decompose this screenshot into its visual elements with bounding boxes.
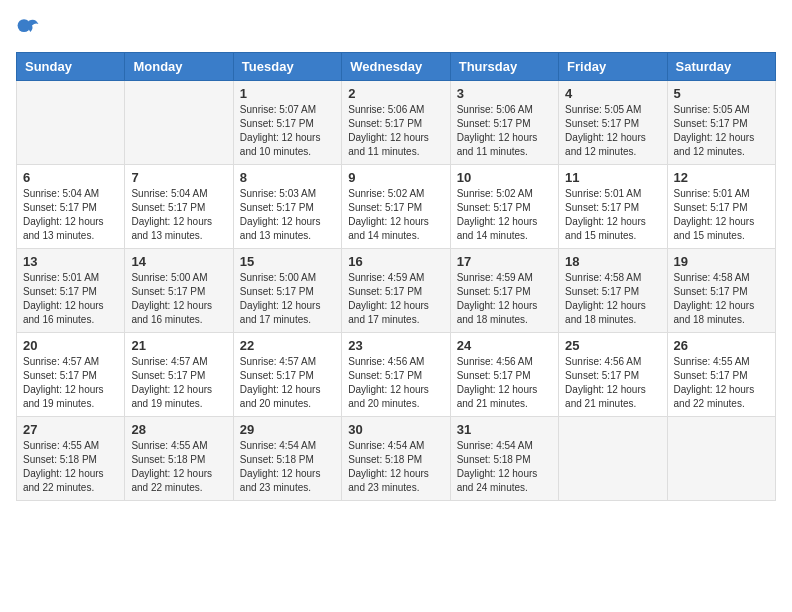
- day-number: 21: [131, 338, 226, 353]
- calendar-cell: 16Sunrise: 4:59 AMSunset: 5:17 PMDayligh…: [342, 249, 450, 333]
- day-number: 25: [565, 338, 660, 353]
- calendar-cell: 14Sunrise: 5:00 AMSunset: 5:17 PMDayligh…: [125, 249, 233, 333]
- day-number: 23: [348, 338, 443, 353]
- day-info: Sunrise: 4:58 AMSunset: 5:17 PMDaylight:…: [565, 271, 660, 327]
- day-info: Sunrise: 5:00 AMSunset: 5:17 PMDaylight:…: [240, 271, 335, 327]
- day-info: Sunrise: 4:55 AMSunset: 5:17 PMDaylight:…: [674, 355, 769, 411]
- logo: [16, 16, 44, 40]
- calendar-cell: 28Sunrise: 4:55 AMSunset: 5:18 PMDayligh…: [125, 417, 233, 501]
- day-info: Sunrise: 5:05 AMSunset: 5:17 PMDaylight:…: [565, 103, 660, 159]
- day-number: 30: [348, 422, 443, 437]
- day-number: 1: [240, 86, 335, 101]
- day-number: 28: [131, 422, 226, 437]
- calendar-cell: 6Sunrise: 5:04 AMSunset: 5:17 PMDaylight…: [17, 165, 125, 249]
- calendar-week-row: 20Sunrise: 4:57 AMSunset: 5:17 PMDayligh…: [17, 333, 776, 417]
- day-number: 29: [240, 422, 335, 437]
- day-info: Sunrise: 4:57 AMSunset: 5:17 PMDaylight:…: [240, 355, 335, 411]
- day-number: 27: [23, 422, 118, 437]
- calendar-cell: 31Sunrise: 4:54 AMSunset: 5:18 PMDayligh…: [450, 417, 558, 501]
- day-number: 18: [565, 254, 660, 269]
- day-info: Sunrise: 5:07 AMSunset: 5:17 PMDaylight:…: [240, 103, 335, 159]
- calendar-cell: 13Sunrise: 5:01 AMSunset: 5:17 PMDayligh…: [17, 249, 125, 333]
- day-number: 7: [131, 170, 226, 185]
- calendar-cell: 10Sunrise: 5:02 AMSunset: 5:17 PMDayligh…: [450, 165, 558, 249]
- day-info: Sunrise: 5:05 AMSunset: 5:17 PMDaylight:…: [674, 103, 769, 159]
- day-info: Sunrise: 4:54 AMSunset: 5:18 PMDaylight:…: [240, 439, 335, 495]
- col-header-wednesday: Wednesday: [342, 53, 450, 81]
- day-number: 24: [457, 338, 552, 353]
- calendar-header-row: SundayMondayTuesdayWednesdayThursdayFrid…: [17, 53, 776, 81]
- day-number: 26: [674, 338, 769, 353]
- day-info: Sunrise: 4:55 AMSunset: 5:18 PMDaylight:…: [131, 439, 226, 495]
- day-number: 16: [348, 254, 443, 269]
- calendar-cell: 19Sunrise: 4:58 AMSunset: 5:17 PMDayligh…: [667, 249, 775, 333]
- day-info: Sunrise: 5:04 AMSunset: 5:17 PMDaylight:…: [131, 187, 226, 243]
- col-header-friday: Friday: [559, 53, 667, 81]
- day-info: Sunrise: 5:01 AMSunset: 5:17 PMDaylight:…: [674, 187, 769, 243]
- calendar-cell: 18Sunrise: 4:58 AMSunset: 5:17 PMDayligh…: [559, 249, 667, 333]
- calendar-table: SundayMondayTuesdayWednesdayThursdayFrid…: [16, 52, 776, 501]
- day-number: 19: [674, 254, 769, 269]
- logo-icon: [16, 16, 40, 40]
- day-info: Sunrise: 4:57 AMSunset: 5:17 PMDaylight:…: [131, 355, 226, 411]
- day-number: 4: [565, 86, 660, 101]
- day-number: 22: [240, 338, 335, 353]
- calendar-cell: 27Sunrise: 4:55 AMSunset: 5:18 PMDayligh…: [17, 417, 125, 501]
- day-number: 12: [674, 170, 769, 185]
- day-info: Sunrise: 4:55 AMSunset: 5:18 PMDaylight:…: [23, 439, 118, 495]
- page-header: [16, 16, 776, 40]
- calendar-cell: 8Sunrise: 5:03 AMSunset: 5:17 PMDaylight…: [233, 165, 341, 249]
- calendar-cell: 5Sunrise: 5:05 AMSunset: 5:17 PMDaylight…: [667, 81, 775, 165]
- day-number: 6: [23, 170, 118, 185]
- day-number: 11: [565, 170, 660, 185]
- calendar-week-row: 1Sunrise: 5:07 AMSunset: 5:17 PMDaylight…: [17, 81, 776, 165]
- day-number: 8: [240, 170, 335, 185]
- day-info: Sunrise: 4:56 AMSunset: 5:17 PMDaylight:…: [565, 355, 660, 411]
- day-info: Sunrise: 4:57 AMSunset: 5:17 PMDaylight:…: [23, 355, 118, 411]
- calendar-cell: 11Sunrise: 5:01 AMSunset: 5:17 PMDayligh…: [559, 165, 667, 249]
- day-number: 20: [23, 338, 118, 353]
- calendar-cell: 26Sunrise: 4:55 AMSunset: 5:17 PMDayligh…: [667, 333, 775, 417]
- calendar-cell: 4Sunrise: 5:05 AMSunset: 5:17 PMDaylight…: [559, 81, 667, 165]
- day-info: Sunrise: 4:54 AMSunset: 5:18 PMDaylight:…: [457, 439, 552, 495]
- day-info: Sunrise: 5:02 AMSunset: 5:17 PMDaylight:…: [457, 187, 552, 243]
- col-header-sunday: Sunday: [17, 53, 125, 81]
- calendar-cell: 9Sunrise: 5:02 AMSunset: 5:17 PMDaylight…: [342, 165, 450, 249]
- day-number: 13: [23, 254, 118, 269]
- calendar-cell: [667, 417, 775, 501]
- calendar-cell: 21Sunrise: 4:57 AMSunset: 5:17 PMDayligh…: [125, 333, 233, 417]
- day-info: Sunrise: 5:06 AMSunset: 5:17 PMDaylight:…: [457, 103, 552, 159]
- calendar-cell: 29Sunrise: 4:54 AMSunset: 5:18 PMDayligh…: [233, 417, 341, 501]
- calendar-week-row: 13Sunrise: 5:01 AMSunset: 5:17 PMDayligh…: [17, 249, 776, 333]
- day-info: Sunrise: 5:04 AMSunset: 5:17 PMDaylight:…: [23, 187, 118, 243]
- calendar-cell: [125, 81, 233, 165]
- calendar-cell: 3Sunrise: 5:06 AMSunset: 5:17 PMDaylight…: [450, 81, 558, 165]
- day-number: 31: [457, 422, 552, 437]
- day-number: 3: [457, 86, 552, 101]
- day-info: Sunrise: 5:03 AMSunset: 5:17 PMDaylight:…: [240, 187, 335, 243]
- calendar-cell: 24Sunrise: 4:56 AMSunset: 5:17 PMDayligh…: [450, 333, 558, 417]
- calendar-cell: 25Sunrise: 4:56 AMSunset: 5:17 PMDayligh…: [559, 333, 667, 417]
- calendar-cell: 23Sunrise: 4:56 AMSunset: 5:17 PMDayligh…: [342, 333, 450, 417]
- day-number: 5: [674, 86, 769, 101]
- col-header-tuesday: Tuesday: [233, 53, 341, 81]
- calendar-cell: 12Sunrise: 5:01 AMSunset: 5:17 PMDayligh…: [667, 165, 775, 249]
- calendar-cell: 2Sunrise: 5:06 AMSunset: 5:17 PMDaylight…: [342, 81, 450, 165]
- day-number: 9: [348, 170, 443, 185]
- calendar-cell: 1Sunrise: 5:07 AMSunset: 5:17 PMDaylight…: [233, 81, 341, 165]
- col-header-saturday: Saturday: [667, 53, 775, 81]
- calendar-cell: 7Sunrise: 5:04 AMSunset: 5:17 PMDaylight…: [125, 165, 233, 249]
- calendar-cell: [17, 81, 125, 165]
- calendar-cell: 22Sunrise: 4:57 AMSunset: 5:17 PMDayligh…: [233, 333, 341, 417]
- col-header-monday: Monday: [125, 53, 233, 81]
- day-info: Sunrise: 5:01 AMSunset: 5:17 PMDaylight:…: [23, 271, 118, 327]
- calendar-week-row: 6Sunrise: 5:04 AMSunset: 5:17 PMDaylight…: [17, 165, 776, 249]
- day-info: Sunrise: 5:01 AMSunset: 5:17 PMDaylight:…: [565, 187, 660, 243]
- col-header-thursday: Thursday: [450, 53, 558, 81]
- day-info: Sunrise: 4:58 AMSunset: 5:17 PMDaylight:…: [674, 271, 769, 327]
- day-info: Sunrise: 4:59 AMSunset: 5:17 PMDaylight:…: [348, 271, 443, 327]
- calendar-cell: 15Sunrise: 5:00 AMSunset: 5:17 PMDayligh…: [233, 249, 341, 333]
- calendar-cell: 17Sunrise: 4:59 AMSunset: 5:17 PMDayligh…: [450, 249, 558, 333]
- calendar-week-row: 27Sunrise: 4:55 AMSunset: 5:18 PMDayligh…: [17, 417, 776, 501]
- day-info: Sunrise: 4:56 AMSunset: 5:17 PMDaylight:…: [348, 355, 443, 411]
